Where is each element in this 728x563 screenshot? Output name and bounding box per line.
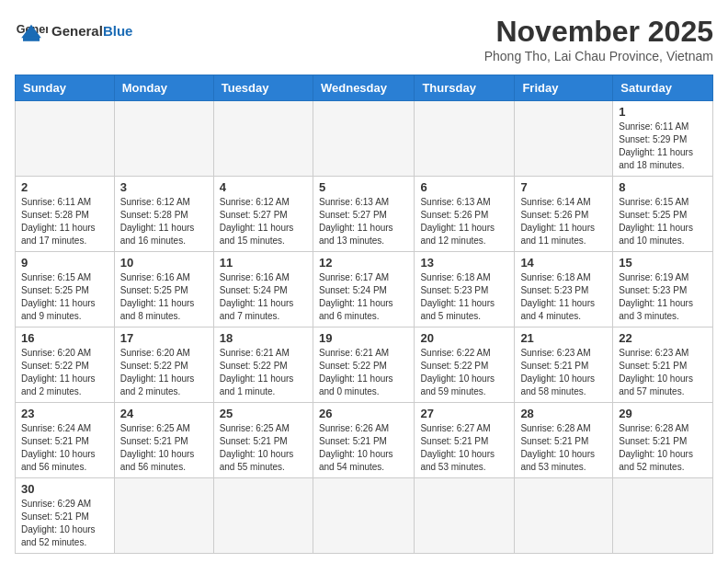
calendar-cell: 2Sunrise: 6:11 AM Sunset: 5:28 PM Daylig… [16, 177, 115, 252]
calendar-cell: 17Sunrise: 6:20 AM Sunset: 5:22 PM Dayli… [114, 327, 213, 403]
calendar-cell [114, 478, 213, 554]
day-info: Sunrise: 6:27 AM Sunset: 5:21 PM Dayligh… [420, 422, 508, 474]
day-info: Sunrise: 6:11 AM Sunset: 5:29 PM Dayligh… [619, 121, 707, 172]
day-info: Sunrise: 6:29 AM Sunset: 5:21 PM Dayligh… [21, 498, 108, 549]
day-number: 17 [120, 331, 208, 345]
calendar-cell: 7Sunrise: 6:14 AM Sunset: 5:26 PM Daylig… [515, 177, 613, 252]
weekday-header-friday: Friday [515, 75, 613, 101]
weekday-header-tuesday: Tuesday [213, 75, 313, 101]
day-info: Sunrise: 6:20 AM Sunset: 5:22 PM Dayligh… [21, 347, 108, 398]
calendar-table: SundayMondayTuesdayWednesdayThursdayFrid… [15, 75, 713, 554]
day-number: 16 [21, 331, 108, 345]
day-number: 9 [21, 256, 108, 270]
day-info: Sunrise: 6:18 AM Sunset: 5:23 PM Dayligh… [520, 271, 607, 323]
day-number: 2 [21, 180, 108, 194]
day-number: 8 [619, 180, 707, 194]
day-info: Sunrise: 6:24 AM Sunset: 5:21 PM Dayligh… [21, 422, 108, 474]
location-subtitle: Phong Tho, Lai Chau Province, Vietnam [484, 49, 713, 63]
weekday-header-monday: Monday [114, 75, 213, 101]
page-header: General GeneralBlue November 2025 Phong … [15, 15, 713, 63]
calendar-week-row: 2Sunrise: 6:11 AM Sunset: 5:28 PM Daylig… [16, 177, 713, 252]
day-number: 22 [619, 331, 707, 345]
day-info: Sunrise: 6:16 AM Sunset: 5:25 PM Dayligh… [120, 271, 208, 323]
day-info: Sunrise: 6:12 AM Sunset: 5:28 PM Dayligh… [120, 196, 208, 247]
day-number: 1 [619, 105, 707, 119]
calendar-cell: 14Sunrise: 6:18 AM Sunset: 5:23 PM Dayli… [515, 252, 613, 327]
weekday-header-thursday: Thursday [415, 75, 515, 101]
day-number: 14 [520, 256, 607, 270]
day-info: Sunrise: 6:13 AM Sunset: 5:27 PM Dayligh… [319, 196, 408, 247]
calendar-cell: 11Sunrise: 6:16 AM Sunset: 5:24 PM Dayli… [213, 252, 313, 327]
day-info: Sunrise: 6:18 AM Sunset: 5:23 PM Dayligh… [420, 271, 508, 323]
day-number: 30 [21, 482, 108, 496]
calendar-cell [415, 478, 515, 554]
calendar-week-row: 16Sunrise: 6:20 AM Sunset: 5:22 PM Dayli… [16, 327, 713, 403]
calendar-week-row: 9Sunrise: 6:15 AM Sunset: 5:25 PM Daylig… [16, 252, 713, 327]
calendar-cell: 15Sunrise: 6:19 AM Sunset: 5:23 PM Dayli… [613, 252, 713, 327]
day-number: 12 [319, 256, 408, 270]
calendar-cell [313, 101, 414, 177]
day-info: Sunrise: 6:15 AM Sunset: 5:25 PM Dayligh… [21, 271, 108, 323]
day-info: Sunrise: 6:25 AM Sunset: 5:21 PM Dayligh… [220, 422, 307, 474]
day-number: 3 [120, 180, 208, 194]
calendar-cell [313, 478, 414, 554]
calendar-cell: 8Sunrise: 6:15 AM Sunset: 5:25 PM Daylig… [613, 177, 713, 252]
calendar-cell [213, 478, 313, 554]
calendar-week-row: 30Sunrise: 6:29 AM Sunset: 5:21 PM Dayli… [16, 478, 713, 554]
calendar-cell: 12Sunrise: 6:17 AM Sunset: 5:24 PM Dayli… [313, 252, 414, 327]
day-info: Sunrise: 6:28 AM Sunset: 5:21 PM Dayligh… [619, 422, 707, 474]
calendar-cell: 30Sunrise: 6:29 AM Sunset: 5:21 PM Dayli… [16, 478, 115, 554]
day-info: Sunrise: 6:13 AM Sunset: 5:26 PM Dayligh… [420, 196, 508, 247]
calendar-cell [515, 101, 613, 177]
calendar-week-row: 1Sunrise: 6:11 AM Sunset: 5:29 PM Daylig… [16, 101, 713, 177]
day-info: Sunrise: 6:26 AM Sunset: 5:21 PM Dayligh… [319, 422, 408, 474]
calendar-cell [213, 101, 313, 177]
day-info: Sunrise: 6:11 AM Sunset: 5:28 PM Dayligh… [21, 196, 108, 247]
day-info: Sunrise: 6:21 AM Sunset: 5:22 PM Dayligh… [220, 347, 307, 398]
day-info: Sunrise: 6:17 AM Sunset: 5:24 PM Dayligh… [319, 271, 408, 323]
day-info: Sunrise: 6:16 AM Sunset: 5:24 PM Dayligh… [220, 271, 307, 323]
calendar-cell: 3Sunrise: 6:12 AM Sunset: 5:28 PM Daylig… [114, 177, 213, 252]
day-number: 15 [619, 256, 707, 270]
day-number: 29 [619, 407, 707, 420]
day-info: Sunrise: 6:14 AM Sunset: 5:26 PM Dayligh… [520, 196, 607, 247]
month-year-title: November 2025 [484, 15, 713, 49]
calendar-cell: 27Sunrise: 6:27 AM Sunset: 5:21 PM Dayli… [415, 403, 515, 478]
calendar-cell: 16Sunrise: 6:20 AM Sunset: 5:22 PM Dayli… [16, 327, 115, 403]
day-number: 21 [520, 331, 607, 345]
calendar-cell: 13Sunrise: 6:18 AM Sunset: 5:23 PM Dayli… [415, 252, 515, 327]
day-info: Sunrise: 6:28 AM Sunset: 5:21 PM Dayligh… [520, 422, 607, 474]
title-block: November 2025 Phong Tho, Lai Chau Provin… [484, 15, 713, 63]
day-number: 26 [319, 407, 408, 420]
weekday-header-sunday: Sunday [16, 75, 115, 101]
calendar-cell: 23Sunrise: 6:24 AM Sunset: 5:21 PM Dayli… [16, 403, 115, 478]
day-number: 23 [21, 407, 108, 420]
calendar-cell: 5Sunrise: 6:13 AM Sunset: 5:27 PM Daylig… [313, 177, 414, 252]
calendar-week-row: 23Sunrise: 6:24 AM Sunset: 5:21 PM Dayli… [16, 403, 713, 478]
weekday-header-saturday: Saturday [613, 75, 713, 101]
calendar-cell: 10Sunrise: 6:16 AM Sunset: 5:25 PM Dayli… [114, 252, 213, 327]
day-number: 20 [420, 331, 508, 345]
day-number: 25 [220, 407, 307, 420]
day-number: 5 [319, 180, 408, 194]
calendar-cell: 9Sunrise: 6:15 AM Sunset: 5:25 PM Daylig… [16, 252, 115, 327]
calendar-cell: 25Sunrise: 6:25 AM Sunset: 5:21 PM Dayli… [213, 403, 313, 478]
logo: General GeneralBlue [15, 15, 132, 48]
calendar-cell [114, 101, 213, 177]
day-info: Sunrise: 6:22 AM Sunset: 5:22 PM Dayligh… [420, 347, 508, 398]
day-number: 11 [220, 256, 307, 270]
calendar-cell: 4Sunrise: 6:12 AM Sunset: 5:27 PM Daylig… [213, 177, 313, 252]
calendar-cell: 24Sunrise: 6:25 AM Sunset: 5:21 PM Dayli… [114, 403, 213, 478]
day-info: Sunrise: 6:21 AM Sunset: 5:22 PM Dayligh… [319, 347, 408, 398]
day-info: Sunrise: 6:12 AM Sunset: 5:27 PM Dayligh… [220, 196, 307, 247]
day-info: Sunrise: 6:19 AM Sunset: 5:23 PM Dayligh… [619, 271, 707, 323]
day-info: Sunrise: 6:23 AM Sunset: 5:21 PM Dayligh… [619, 347, 707, 398]
day-info: Sunrise: 6:23 AM Sunset: 5:21 PM Dayligh… [520, 347, 607, 398]
day-info: Sunrise: 6:20 AM Sunset: 5:22 PM Dayligh… [120, 347, 208, 398]
day-number: 27 [420, 407, 508, 420]
weekday-header-row: SundayMondayTuesdayWednesdayThursdayFrid… [16, 75, 713, 101]
calendar-cell: 28Sunrise: 6:28 AM Sunset: 5:21 PM Dayli… [515, 403, 613, 478]
weekday-header-wednesday: Wednesday [313, 75, 414, 101]
day-number: 24 [120, 407, 208, 420]
svg-rect-2 [23, 36, 40, 40]
